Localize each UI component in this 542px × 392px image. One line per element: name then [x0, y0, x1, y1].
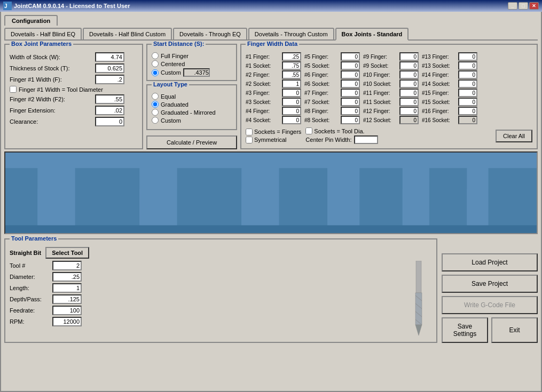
equal-radio[interactable] [152, 93, 159, 100]
width-of-stock-input[interactable] [95, 52, 124, 62]
f14-socket-label: #14 Socket: [422, 81, 458, 87]
save-settings-button[interactable]: SaveSettings [442, 317, 488, 343]
f7-finger-input[interactable] [341, 89, 360, 97]
save-project-button[interactable]: Save Project [442, 275, 538, 293]
straight-bit-label: Straight Bit [10, 250, 41, 256]
f16-socket-input[interactable] [458, 116, 477, 124]
f10-socket-label: #10 Socket: [363, 81, 399, 87]
finger2-width-input[interactable] [95, 94, 124, 104]
f4-finger-input[interactable] [282, 107, 301, 115]
tab-dovetails-through-custom[interactable]: Dovetails - Through Custom [248, 28, 334, 39]
finger-width-data-group: Finger Width Data #1 Finger: #1 Socket: … [240, 44, 538, 149]
f13-socket-input[interactable] [458, 61, 477, 70]
f5-socket-input[interactable] [341, 61, 360, 70]
graduated-mirrored-radio[interactable] [152, 109, 159, 116]
f13-finger-input[interactable] [458, 52, 477, 61]
f15-socket-input[interactable] [458, 98, 477, 106]
f6-finger-label: #6 Finger: [304, 72, 341, 78]
f2-finger-input[interactable] [282, 70, 301, 79]
symmetrical-checkbox[interactable] [246, 137, 253, 143]
f8-finger-input[interactable] [341, 107, 360, 115]
graduated-radio[interactable] [152, 101, 159, 108]
custom-label: Custom [161, 69, 181, 76]
f8-socket-input[interactable] [341, 116, 360, 124]
f5-finger-input[interactable] [341, 52, 360, 61]
rpm-input[interactable] [52, 317, 82, 326]
f9-finger-input[interactable] [399, 52, 419, 61]
f2-socket-input[interactable] [282, 79, 301, 88]
f6-socket-label: #6 Socket: [304, 81, 341, 87]
f3-finger-label: #3 Finger: [246, 90, 282, 96]
f6-finger-input[interactable] [341, 70, 360, 79]
finger2-width-label: Finger #2 Width (F2): [10, 96, 95, 102]
clearance-label: Clearance: [10, 118, 95, 125]
f6-socket-input[interactable] [341, 79, 360, 88]
f13-socket-label: #13 Socket: [422, 63, 458, 69]
length-label: Length: [10, 285, 52, 291]
custom-radio[interactable] [152, 69, 159, 76]
maximize-btn[interactable]: □ [519, 2, 528, 10]
exit-button[interactable]: Exit [491, 317, 538, 343]
finger-extension-input[interactable] [95, 106, 124, 115]
f12-finger-input[interactable] [399, 107, 419, 115]
layout-type-group: Layout Type Equal Graduated Graduated - … [146, 84, 237, 130]
f7-socket-input[interactable] [341, 98, 360, 106]
finger1-width-input[interactable] [95, 75, 124, 84]
depth-pass-input[interactable] [52, 294, 82, 304]
close-btn[interactable]: ✕ [529, 2, 539, 10]
sockets-fingers-checkbox[interactable] [246, 129, 253, 135]
f1-socket-input[interactable] [282, 61, 301, 70]
tab-dovetails-through-eq[interactable]: Dovetails - Through EQ [173, 28, 247, 39]
center-pin-input[interactable] [354, 135, 378, 144]
content-area: Box Joint Parameters Width of Stock (W):… [4, 44, 538, 343]
tab-dovetails-half-blind-eq[interactable]: Dovetails - Half Blind EQ [4, 28, 82, 39]
f9-socket-input[interactable] [399, 61, 419, 70]
svg-text:J: J [4, 3, 7, 9]
calculate-preview-button[interactable]: Calculate / Preview [146, 135, 237, 149]
depth-pass-row: Depth/Pass: [10, 294, 406, 304]
tool-num-input[interactable] [52, 261, 82, 270]
f11-finger-input[interactable] [399, 89, 419, 97]
thickness-input[interactable] [95, 63, 124, 73]
full-finger-radio[interactable] [152, 52, 159, 59]
f10-socket-input[interactable] [399, 79, 419, 88]
length-input[interactable] [52, 283, 82, 293]
full-finger-row: Full Finger [152, 52, 232, 59]
f12-socket-input[interactable] [399, 116, 419, 124]
f4-socket-input[interactable] [282, 116, 301, 124]
feedrate-input[interactable] [52, 306, 82, 315]
f14-finger-input[interactable] [458, 70, 477, 79]
tool-num-label: Tool # [10, 262, 52, 269]
clear-all-button[interactable]: Clear All [496, 130, 532, 142]
f1-finger-input[interactable] [282, 52, 301, 61]
f14-socket-input[interactable] [458, 79, 477, 88]
f15-finger-input[interactable] [458, 89, 477, 97]
load-project-button[interactable]: Load Project [442, 253, 538, 271]
depth-pass-label: Depth/Pass: [10, 296, 52, 302]
custom-value-input[interactable] [183, 68, 210, 77]
sockets-tool-dia-checkbox[interactable] [305, 127, 312, 134]
f10-finger-input[interactable] [399, 70, 419, 79]
diameter-input[interactable] [52, 272, 82, 282]
rpm-label: RPM: [10, 318, 52, 325]
graduated-mirrored-row: Graduated - Mirrored [152, 109, 232, 116]
finger1-tool-dia-checkbox[interactable] [10, 86, 17, 93]
configuration-tab[interactable]: Configuration [4, 15, 58, 26]
f11-socket-input[interactable] [399, 98, 419, 106]
custom-layout-label: Custom [161, 117, 181, 124]
f3-socket-input[interactable] [282, 98, 301, 106]
tab-box-joints-standard[interactable]: Box Joints - Standard [335, 28, 409, 41]
write-gcode-button[interactable]: Write G-Code File [442, 296, 538, 314]
select-tool-button[interactable]: Select Tool [45, 247, 89, 259]
finger-extension-label: Finger Extension: [10, 107, 95, 114]
centered-radio[interactable] [152, 60, 159, 67]
clearance-input[interactable] [95, 117, 124, 126]
minimize-btn[interactable]: _ [508, 2, 517, 10]
tab-dovetails-half-blind-custom[interactable]: Dovetails - Half Blind Custom [83, 28, 172, 39]
start-distance-label: Start Distance (S): [152, 41, 206, 47]
finger-col-2: #5 Finger: #5 Socket: #6 Finger: #6 Sock… [304, 52, 360, 125]
title-bar: J JointCAM 0.9.0.14 - Licensed to Test U… [0, 0, 542, 12]
f16-finger-input[interactable] [458, 107, 477, 115]
f3-finger-input[interactable] [282, 89, 301, 97]
custom-layout-radio[interactable] [152, 117, 159, 124]
